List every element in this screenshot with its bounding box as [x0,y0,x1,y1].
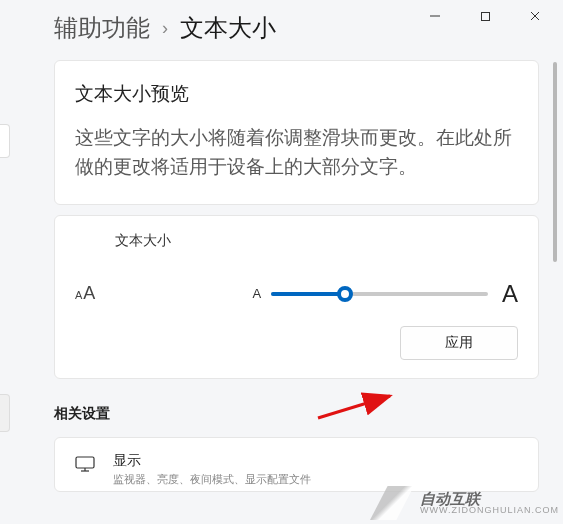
slider-thumb[interactable] [337,286,353,302]
breadcrumb-separator: › [162,18,168,39]
svg-rect-1 [481,12,489,20]
svg-rect-4 [76,457,94,468]
breadcrumb-current: 文本大小 [180,12,276,44]
text-size-slider[interactable] [271,285,488,303]
related-display-card[interactable]: 显示 监视器、亮度、夜间模式、显示配置文件 [54,437,539,492]
slider-min-marker: A [253,286,262,301]
text-size-card: 文本大小 AA A A 应用 [54,215,539,379]
watermark-logo-icon [370,486,414,520]
breadcrumb-parent[interactable]: 辅助功能 [54,12,150,44]
window-controls [407,0,563,32]
preview-title: 文本大小预览 [75,81,518,107]
left-panel-stub [0,124,10,158]
preview-card: 文本大小预览 这些文字的大小将随着你调整滑块而更改。在此处所做的更改将适用于设备… [54,60,539,205]
related-settings-heading: 相关设置 [54,405,539,423]
preview-body: 这些文字的大小将随着你调整滑块而更改。在此处所做的更改将适用于设备上的大部分文字… [75,123,518,182]
text-size-label: 文本大小 [115,232,171,250]
left-panel-stub-2 [0,394,10,432]
watermark-url: WWW.ZIDONGHULIAN.COM [420,506,559,515]
text-size-icon: AA [75,283,103,304]
apply-button[interactable]: 应用 [400,326,518,360]
related-display-sub: 监视器、亮度、夜间模式、显示配置文件 [113,472,311,487]
watermark: 自动互联 WWW.ZIDONGHULIAN.COM [370,486,559,520]
related-display-title: 显示 [113,452,311,470]
slider-fill [271,292,345,296]
monitor-icon [75,456,95,476]
scrollbar[interactable] [553,62,557,262]
slider-max-marker: A [502,280,518,308]
minimize-button[interactable] [421,6,449,26]
maximize-button[interactable] [471,6,499,26]
close-button[interactable] [521,6,549,26]
watermark-text: 自动互联 [420,491,559,506]
